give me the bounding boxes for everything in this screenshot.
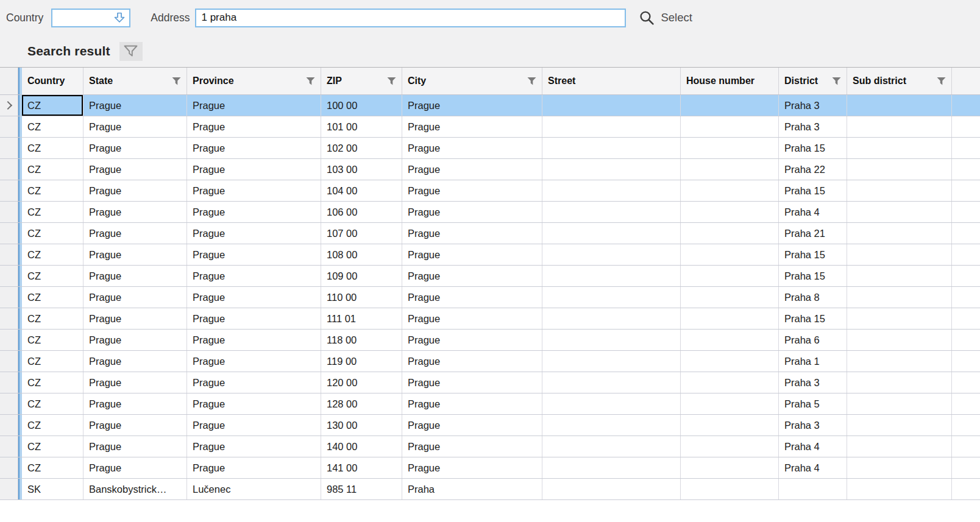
cell-state[interactable]: Banskobystrick… [83, 479, 187, 499]
cell-city[interactable]: Prague [402, 116, 542, 137]
cell-street[interactable] [542, 479, 681, 499]
select-button[interactable]: Select [639, 10, 692, 26]
cell-house-number[interactable] [681, 436, 779, 457]
cell-city[interactable]: Prague [402, 159, 542, 180]
cell-city[interactable]: Prague [402, 372, 542, 393]
table-row[interactable]: CZPraguePrague100 00PraguePraha 3 [0, 95, 980, 116]
cell-zip[interactable]: 104 00 [321, 180, 402, 201]
cell-sub-district[interactable] [847, 308, 952, 329]
cell-house-number[interactable] [681, 415, 779, 436]
column-header-district[interactable]: District [779, 68, 847, 94]
cell-province[interactable]: Prague [187, 266, 321, 286]
cell-house-number[interactable] [681, 330, 779, 350]
cell-country[interactable]: CZ [22, 180, 83, 201]
cell-sub-district[interactable] [847, 393, 952, 414]
cell-state[interactable]: Prague [83, 287, 187, 308]
cell-district[interactable]: Praha 3 [779, 415, 847, 436]
cell-city[interactable]: Prague [402, 202, 542, 222]
combo-down-arrow-icon[interactable] [113, 12, 126, 24]
cell-province[interactable]: Prague [187, 159, 321, 180]
cell-zip[interactable]: 106 00 [321, 202, 402, 222]
cell-street[interactable] [542, 436, 681, 457]
cell-house-number[interactable] [681, 266, 779, 286]
cell-province[interactable]: Prague [187, 287, 321, 308]
column-header-house-number[interactable]: House number [681, 68, 779, 94]
cell-district[interactable]: Praha 15 [779, 138, 847, 158]
table-row[interactable]: CZPraguePrague103 00PraguePraha 22 [0, 159, 980, 180]
cell-house-number[interactable] [681, 372, 779, 393]
cell-province[interactable]: Prague [187, 180, 321, 201]
filter-icon[interactable] [832, 77, 841, 85]
address-input[interactable] [195, 9, 626, 27]
cell-district[interactable]: Praha 3 [779, 116, 847, 137]
table-row[interactable]: CZPraguePrague120 00PraguePraha 3 [0, 372, 980, 393]
table-row[interactable]: CZPraguePrague110 00PraguePraha 8 [0, 287, 980, 308]
cell-country[interactable]: CZ [22, 244, 83, 265]
cell-city[interactable]: Prague [402, 436, 542, 457]
cell-province[interactable]: Prague [187, 457, 321, 478]
cell-zip[interactable]: 128 00 [321, 393, 402, 414]
cell-district[interactable]: Praha 1 [779, 351, 847, 372]
table-row[interactable]: CZPraguePrague118 00PraguePraha 6 [0, 330, 980, 351]
cell-street[interactable] [542, 330, 681, 350]
cell-street[interactable] [542, 244, 681, 265]
cell-state[interactable]: Prague [83, 351, 187, 372]
cell-street[interactable] [542, 308, 681, 329]
table-row[interactable]: CZPraguePrague119 00PraguePraha 1 [0, 351, 980, 372]
cell-country[interactable]: CZ [22, 223, 83, 244]
cell-state[interactable]: Prague [83, 372, 187, 393]
cell-zip[interactable]: 111 01 [321, 308, 402, 329]
column-header-country[interactable]: Country [22, 68, 83, 94]
cell-zip[interactable]: 103 00 [321, 159, 402, 180]
cell-state[interactable]: Prague [83, 436, 187, 457]
cell-province[interactable]: Prague [187, 308, 321, 329]
cell-country[interactable]: CZ [22, 351, 83, 372]
cell-province[interactable]: Prague [187, 244, 321, 265]
cell-sub-district[interactable] [847, 351, 952, 372]
cell-street[interactable] [542, 159, 681, 180]
cell-province[interactable]: Prague [187, 415, 321, 436]
cell-country[interactable]: CZ [22, 457, 83, 478]
cell-house-number[interactable] [681, 351, 779, 372]
cell-district[interactable]: Praha 4 [779, 202, 847, 222]
cell-sub-district[interactable] [847, 266, 952, 286]
cell-house-number[interactable] [681, 138, 779, 158]
cell-country[interactable]: CZ [22, 436, 83, 457]
table-row[interactable]: CZPraguePrague141 00PraguePraha 4 [0, 457, 980, 479]
cell-house-number[interactable] [681, 457, 779, 478]
cell-district[interactable]: Praha 6 [779, 330, 847, 350]
cell-province[interactable]: Prague [187, 95, 321, 116]
cell-district[interactable]: Praha 3 [779, 95, 847, 116]
cell-city[interactable]: Prague [402, 287, 542, 308]
cell-province[interactable]: Prague [187, 330, 321, 350]
cell-sub-district[interactable] [847, 372, 952, 393]
cell-state[interactable]: Prague [83, 159, 187, 180]
table-row[interactable]: CZPraguePrague128 00PraguePraha 5 [0, 393, 980, 415]
cell-house-number[interactable] [681, 223, 779, 244]
cell-city[interactable]: Prague [402, 393, 542, 414]
filter-icon[interactable] [937, 77, 946, 85]
cell-city[interactable]: Prague [402, 244, 542, 265]
filter-icon[interactable] [527, 77, 536, 85]
filter-icon[interactable] [306, 77, 315, 85]
cell-sub-district[interactable] [847, 223, 952, 244]
cell-province[interactable]: Prague [187, 393, 321, 414]
cell-street[interactable] [542, 372, 681, 393]
cell-city[interactable]: Praha [402, 479, 542, 499]
cell-zip[interactable]: 120 00 [321, 372, 402, 393]
cell-province[interactable]: Prague [187, 351, 321, 372]
cell-city[interactable]: Prague [402, 330, 542, 350]
cell-sub-district[interactable] [847, 138, 952, 158]
cell-state[interactable]: Prague [83, 457, 187, 478]
cell-district[interactable]: Praha 3 [779, 372, 847, 393]
cell-house-number[interactable] [681, 180, 779, 201]
cell-district[interactable]: Praha 15 [779, 180, 847, 201]
cell-country[interactable]: CZ [22, 202, 83, 222]
cell-province[interactable]: Prague [187, 202, 321, 222]
cell-city[interactable]: Prague [402, 266, 542, 286]
cell-street[interactable] [542, 138, 681, 158]
table-row[interactable]: SKBanskobystrick…Lučenec985 11Praha [0, 479, 980, 500]
cell-street[interactable] [542, 415, 681, 436]
cell-district[interactable]: Praha 15 [779, 244, 847, 265]
filter-icon[interactable] [387, 77, 396, 85]
